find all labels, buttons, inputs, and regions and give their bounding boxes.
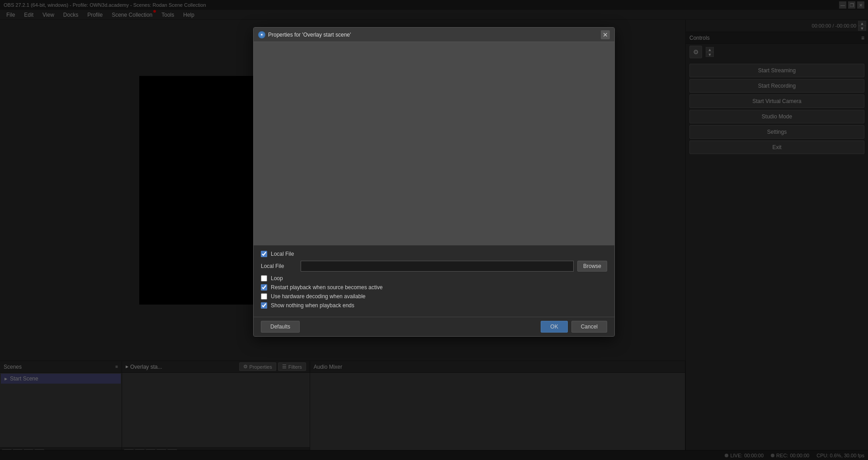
file-path-input[interactable] bbox=[301, 261, 574, 272]
ok-button[interactable]: OK bbox=[541, 321, 567, 333]
loop-checkbox[interactable] bbox=[261, 275, 267, 282]
properties-dialog: ● Properties for 'Overlay start scene' ✕… bbox=[253, 27, 615, 337]
dialog-title-bar: ● Properties for 'Overlay start scene' ✕ bbox=[254, 28, 614, 42]
hardware-decoding-checkbox[interactable] bbox=[261, 293, 267, 300]
loop-checkbox-row: Loop bbox=[261, 275, 607, 282]
dialog-preview-area bbox=[254, 42, 614, 245]
obs-logo-icon: ● bbox=[258, 31, 265, 38]
loop-checkbox-label: Loop bbox=[271, 275, 283, 282]
show-nothing-checkbox-row: Show nothing when playback ends bbox=[261, 302, 607, 309]
defaults-button[interactable]: Defaults bbox=[261, 321, 300, 333]
local-file-checkbox-row: Local File bbox=[261, 251, 607, 257]
restart-checkbox-row: Restart playback when source becomes act… bbox=[261, 284, 607, 291]
cancel-button[interactable]: Cancel bbox=[571, 321, 607, 333]
dialog-body: Local File Local File Browse Loop Restar… bbox=[254, 245, 614, 317]
file-path-row: Local File Browse bbox=[261, 261, 607, 272]
browse-button[interactable]: Browse bbox=[577, 261, 607, 272]
local-file-label: Local File bbox=[261, 263, 297, 269]
dialog-footer: Defaults OK Cancel bbox=[254, 317, 614, 336]
hardware-checkbox-label: Use hardware decoding when available bbox=[271, 293, 365, 300]
dialog-preview-black bbox=[254, 42, 614, 245]
restart-checkbox[interactable] bbox=[261, 284, 267, 291]
show-nothing-checkbox-label: Show nothing when playback ends bbox=[271, 302, 354, 309]
restart-checkbox-label: Restart playback when source becomes act… bbox=[271, 284, 382, 291]
local-file-checkbox[interactable] bbox=[261, 251, 267, 257]
local-file-checkbox-label: Local File bbox=[271, 251, 294, 257]
hardware-checkbox-row: Use hardware decoding when available bbox=[261, 293, 607, 300]
dialog-close-button[interactable]: ✕ bbox=[601, 30, 610, 39]
dialog-footer-right: OK Cancel bbox=[541, 321, 607, 333]
dialog-title-left: ● Properties for 'Overlay start scene' bbox=[258, 31, 351, 38]
dialog-title: Properties for 'Overlay start scene' bbox=[268, 32, 351, 38]
show-nothing-checkbox[interactable] bbox=[261, 302, 267, 309]
dialog-overlay: ● Properties for 'Overlay start scene' ✕… bbox=[0, 0, 868, 460]
